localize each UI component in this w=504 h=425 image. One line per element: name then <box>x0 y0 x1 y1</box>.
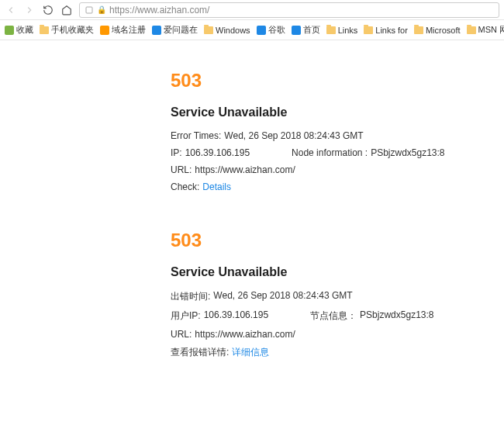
bookmark-item[interactable]: Windows <box>204 26 250 35</box>
folder-icon <box>467 26 476 34</box>
bookmark-label: Windows <box>216 26 250 35</box>
forward-button[interactable] <box>23 4 36 16</box>
site-icon <box>257 26 266 35</box>
bookmark-label: 收藏 <box>16 24 33 36</box>
time-value: Wed, 26 Sep 2018 08:24:43 GMT <box>213 290 352 303</box>
site-icon <box>292 26 301 35</box>
bookmark-item[interactable]: MSN 网 <box>467 24 504 36</box>
ip-label: 用户IP: <box>171 309 201 323</box>
back-button[interactable] <box>5 4 17 16</box>
bookmark-label: 域名注册 <box>112 24 146 36</box>
url-value: https://www.aizhan.com/ <box>195 329 295 340</box>
url-row: URL: https://www.aizhan.com/ <box>171 329 504 340</box>
node-label: 节点信息： <box>310 309 357 323</box>
check-label: 查看报错详情: <box>171 346 229 359</box>
ip-label: IP: <box>171 147 182 158</box>
bookmark-item[interactable]: Links <box>326 26 358 35</box>
error-block-zh: 503 Service Unavailable 出错时间: Wed, 26 Se… <box>171 230 504 359</box>
address-bar[interactable]: 🔒 https://www.aizhan.com/ <box>79 2 499 18</box>
check-row: Check: Details <box>171 181 504 192</box>
site-icon <box>152 26 161 35</box>
bookmark-label: Microsoft <box>426 26 461 35</box>
bookmark-label: Links <box>338 26 358 35</box>
node-value: PSbjzwdx5gz13:8 <box>360 309 433 323</box>
time-label: 出错时间: <box>171 290 210 303</box>
bookmark-item[interactable]: 收藏 <box>5 24 33 36</box>
error-time-row: Error Times: Wed, 26 Sep 2018 08:24:43 G… <box>171 130 504 141</box>
bookmark-label: 手机收藏夹 <box>51 24 94 36</box>
error-block-en: 503 Service Unavailable Error Times: Wed… <box>171 70 504 192</box>
check-row: 查看报错详情: 详细信息 <box>171 346 504 359</box>
site-icon <box>100 26 109 35</box>
lock-icon: 🔒 <box>97 5 106 14</box>
bookmark-label: MSN 网 <box>478 24 504 36</box>
url-value: https://www.aizhan.com/ <box>195 164 295 175</box>
reload-button[interactable] <box>42 4 54 16</box>
site-info-icon[interactable] <box>85 5 94 15</box>
status-code: 503 <box>171 70 504 92</box>
bookmark-item[interactable]: 首页 <box>292 24 320 36</box>
bookmark-item[interactable]: 谷歌 <box>257 24 285 36</box>
node-value: PSbjzwdx5gz13:8 <box>371 147 444 158</box>
folder-icon <box>204 26 213 34</box>
bookmark-item[interactable]: Microsoft <box>414 26 461 35</box>
svg-rect-0 <box>86 7 92 13</box>
browser-toolbar: 🔒 https://www.aizhan.com/ <box>0 0 504 20</box>
details-link[interactable]: Details <box>202 181 231 192</box>
bookmark-item[interactable]: 手机收藏夹 <box>40 24 94 36</box>
status-title: Service Unavailable <box>171 105 504 119</box>
details-link[interactable]: 详细信息 <box>232 346 269 359</box>
folder-icon <box>326 26 336 34</box>
bookmark-item[interactable]: Links for <box>364 26 408 35</box>
page-content: 503 Service Unavailable Error Times: Wed… <box>0 40 504 359</box>
ip-value: 106.39.106.195 <box>185 147 250 158</box>
bookmark-label: Links for <box>375 26 408 35</box>
bookmarks-bar: 收藏 手机收藏夹 域名注册 爱问题在 Windows 谷歌 首页 Links L… <box>0 20 504 40</box>
time-value: Wed, 26 Sep 2018 08:24:43 GMT <box>224 130 363 141</box>
status-title: Service Unavailable <box>171 265 504 279</box>
bookmark-item[interactable]: 域名注册 <box>100 24 146 36</box>
url-label: URL: <box>171 329 192 340</box>
bookmark-label: 首页 <box>303 24 320 36</box>
ip-value: 106.39.106.195 <box>204 309 268 323</box>
url-label: URL: <box>171 164 192 175</box>
ip-node-row: 用户IP: 106.39.106.195 节点信息： PSbjzwdx5gz13… <box>171 309 504 323</box>
status-code: 503 <box>171 230 504 251</box>
bookmark-label: 爱问题在 <box>164 24 198 36</box>
star-icon <box>5 26 14 35</box>
error-time-row: 出错时间: Wed, 26 Sep 2018 08:24:43 GMT <box>171 290 504 303</box>
check-label: Check: <box>171 181 199 192</box>
folder-icon <box>40 26 49 34</box>
url-text: https://www.aizhan.com/ <box>109 5 494 16</box>
url-row: URL: https://www.aizhan.com/ <box>171 164 504 175</box>
ip-node-row: IP: 106.39.106.195 Node information : PS… <box>171 147 504 158</box>
home-button[interactable] <box>60 4 73 16</box>
folder-icon <box>364 26 373 34</box>
bookmark-item[interactable]: 爱问题在 <box>152 24 198 36</box>
node-label: Node information : <box>292 147 368 158</box>
time-label: Error Times: <box>171 130 221 141</box>
bookmark-label: 谷歌 <box>268 24 285 36</box>
folder-icon <box>414 26 423 34</box>
